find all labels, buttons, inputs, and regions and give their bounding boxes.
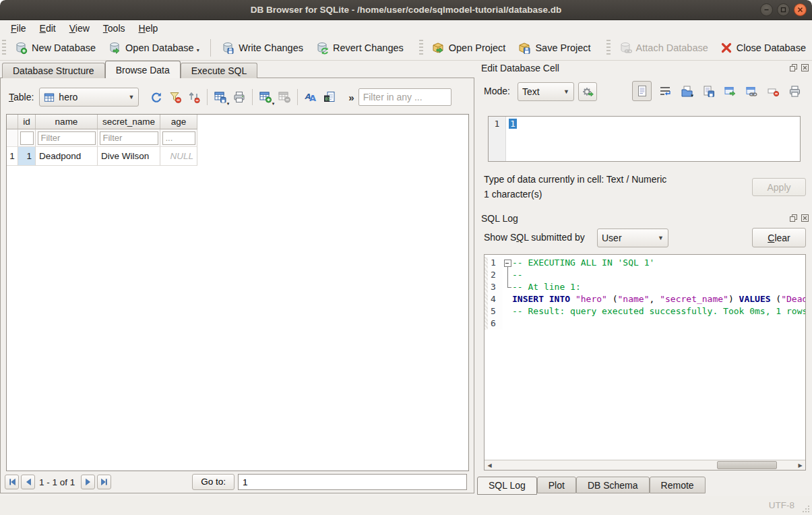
write-changes-button[interactable]: Write Changes	[215, 38, 309, 58]
open-url-button[interactable]	[744, 84, 759, 98]
resize-grip[interactable]	[802, 505, 810, 513]
goto-record-input[interactable]	[238, 474, 467, 490]
print-button[interactable]	[230, 88, 249, 107]
text-mode-toggle[interactable]	[632, 81, 652, 101]
column-header-name[interactable]: name	[36, 115, 98, 129]
fold-marker[interactable]	[503, 257, 512, 269]
previous-record-button[interactable]	[21, 475, 35, 489]
left-pane: Database StructureBrowse DataExecute SQL…	[0, 61, 474, 496]
open-database-dropdown-caret[interactable]: ▾	[197, 47, 199, 55]
record-navigation: 1 - 1 of 1 Go to:	[1, 473, 474, 491]
filter-input-age[interactable]	[162, 131, 195, 145]
bottom-tab-remote[interactable]: Remote	[650, 477, 706, 493]
filter-input-secret_name[interactable]	[100, 131, 158, 145]
cell-secret_name[interactable]: Dive Wilson	[98, 147, 160, 166]
clear-sorting-button[interactable]	[185, 88, 204, 107]
log-line: 2--	[485, 269, 805, 281]
edit-cell-dock-title: Edit Database Cell	[481, 63, 559, 73]
open-project-button[interactable]: Open Project	[425, 38, 512, 58]
minimize-button[interactable]	[760, 3, 773, 16]
apply-button[interactable]: Apply	[752, 178, 806, 196]
log-line-number: 5	[488, 305, 503, 317]
data-grid[interactable]: idnamesecret_nameage11DeadpondDive Wilso…	[6, 114, 469, 471]
column-header-secret_name[interactable]: secret_name	[98, 115, 160, 129]
table-selector-value: hero	[59, 92, 77, 102]
revert-changes-button[interactable]: Revert Changes	[309, 38, 410, 58]
sql-log-source-selector[interactable]: User ▼	[597, 229, 668, 247]
toolbar-drag-handle[interactable]	[2, 40, 6, 56]
scroll-right-arrow[interactable]: ▶	[795, 460, 805, 470]
last-record-button[interactable]	[97, 475, 111, 489]
clear-filters-button[interactable]	[166, 88, 185, 107]
tab-execute-sql[interactable]: Execute SQL	[181, 63, 258, 78]
sql-log-source-value: User	[602, 233, 622, 243]
fold-marker	[503, 281, 512, 293]
cell-type-info: Type of data currently in cell: Text / N…	[484, 174, 666, 185]
attach-database-button[interactable]: Attach Database	[613, 38, 714, 58]
menu-file[interactable]: File	[4, 22, 33, 35]
table-row[interactable]: 11DeadpondDive WilsonNULL	[7, 147, 468, 166]
auto-apply-button[interactable]	[578, 82, 597, 101]
new-database-button[interactable]: New Database	[8, 38, 102, 58]
scrollbar-track[interactable]	[495, 460, 795, 470]
toolbar-overflow-chevron[interactable]: »	[348, 92, 354, 103]
save-project-button[interactable]: Save Project	[511, 38, 596, 58]
refresh-button[interactable]	[147, 88, 166, 107]
cell-editor-content[interactable]: 1	[506, 117, 800, 161]
filter-input-id[interactable]	[20, 131, 34, 145]
close-button[interactable]	[794, 3, 807, 16]
export-data-button[interactable]	[701, 84, 716, 98]
print-cell-button[interactable]	[787, 84, 802, 98]
column-header-id[interactable]: id	[18, 115, 36, 129]
insert-record-button[interactable]: ▾	[256, 88, 275, 107]
tab-database-structure[interactable]: Database Structure	[2, 63, 105, 78]
maximize-button[interactable]	[777, 3, 790, 16]
cell-age[interactable]: NULL	[160, 147, 197, 166]
close-database-button[interactable]: Close Database	[714, 38, 812, 57]
cell-id[interactable]: 1	[18, 147, 36, 166]
menu-help[interactable]: Help	[132, 22, 165, 35]
bottom-tab-sql-log[interactable]: SQL Log	[477, 477, 537, 495]
edit-display-format-button[interactable]: A A	[301, 88, 320, 107]
menu-edit[interactable]: Edit	[33, 22, 63, 35]
toolbar-drag-handle[interactable]	[606, 40, 611, 56]
menu-view[interactable]: View	[63, 22, 96, 35]
scroll-left-arrow[interactable]: ◀	[485, 460, 495, 470]
cell-name[interactable]: Deadpond	[36, 147, 98, 166]
toolbar-drag-handle[interactable]	[419, 40, 423, 56]
sql-log-viewer[interactable]: 1-- EXECUTING ALL IN 'SQL 1'2--3-- At li…	[484, 254, 806, 471]
dock-close-button[interactable]	[801, 63, 809, 72]
save-table-button[interactable]: ▾	[211, 88, 230, 107]
scrollbar-thumb[interactable]	[717, 461, 777, 469]
dock-close-button[interactable]	[801, 214, 809, 222]
previous-record-icon	[24, 478, 32, 486]
word-wrap-button[interactable]	[658, 84, 673, 98]
column-header-age[interactable]: age	[160, 115, 197, 129]
next-record-button[interactable]	[81, 475, 95, 489]
table-selector[interactable]: hero ▼	[39, 88, 139, 107]
tab-browse-data[interactable]: Browse Data	[105, 61, 181, 78]
edit-cell-dock-buttons	[789, 63, 809, 72]
close-icon	[797, 7, 803, 13]
clear-log-button[interactable]: Clear	[752, 228, 806, 247]
delete-record-icon	[278, 90, 291, 104]
bottom-tab-db-schema[interactable]: DB Schema	[576, 477, 650, 493]
dock-float-button[interactable]	[789, 63, 798, 72]
goto-button[interactable]: Go to:	[192, 474, 235, 490]
menu-tools[interactable]: Tools	[96, 22, 132, 35]
cell-editor[interactable]: 1 1	[488, 116, 801, 162]
window-controls	[760, 3, 807, 16]
binary-viewer-button[interactable]: 01	[320, 88, 339, 107]
dock-float-button[interactable]	[789, 214, 798, 222]
open-database-button[interactable]: Open Database ▾	[102, 38, 206, 58]
set-null-button[interactable]	[766, 84, 780, 98]
first-record-button[interactable]	[5, 475, 19, 489]
bottom-tab-plot[interactable]: Plot	[537, 477, 576, 493]
import-data-button[interactable]: ▾	[679, 84, 694, 98]
delete-record-button[interactable]	[275, 88, 294, 107]
export-to-file-button[interactable]	[722, 84, 737, 98]
filter-any-column-input[interactable]	[358, 88, 451, 106]
mode-selector[interactable]: Text ▼	[518, 82, 574, 101]
filter-input-name[interactable]	[38, 131, 96, 145]
horizontal-scrollbar[interactable]: ◀ ▶	[485, 460, 805, 470]
